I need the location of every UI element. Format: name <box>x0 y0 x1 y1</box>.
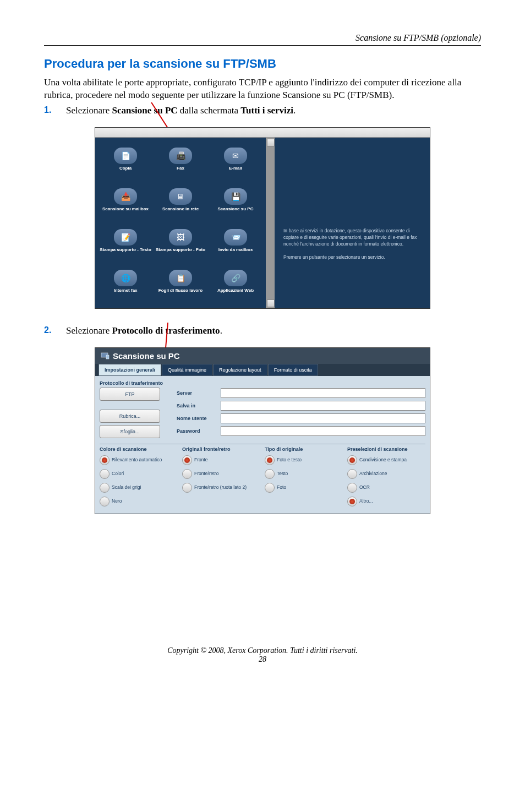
fax-icon: 📠 <box>169 148 192 164</box>
dialog-body: Protocollo di trasferimento FTP Rubrica.… <box>95 376 430 514</box>
service-internet-fax[interactable]: 🌐Internet fax <box>100 265 151 303</box>
tab-qualita-immagine[interactable]: Qualità immagine <box>162 364 212 376</box>
password-label: Password <box>177 428 221 434</box>
service-stampa-testo[interactable]: 📝Stampa supporto - Testo <box>100 225 151 262</box>
opt-scala-grigi[interactable]: Scala dei grigi <box>100 482 178 494</box>
window-titlebar <box>95 128 430 138</box>
radio-icon <box>347 455 357 465</box>
opt-condivisione[interactable]: Condivisione e stampa <box>347 454 425 466</box>
opt-foto[interactable]: Foto <box>265 482 343 494</box>
service-copia[interactable]: 📄Copia <box>100 143 151 181</box>
screenshot-2-wrap: Scansione su PC Impostazioni generali Qu… <box>44 347 481 514</box>
radio-icon <box>347 469 357 479</box>
service-app-web[interactable]: 🔗Applicazioni Web <box>210 265 261 303</box>
radio-icon <box>100 483 110 493</box>
opt-fronte-retro-ruota[interactable]: Fronte/retro (ruota lato 2) <box>182 482 260 494</box>
send-mailbox-icon: 📨 <box>224 229 247 246</box>
print-text-icon: 📝 <box>114 229 137 246</box>
service-scan-mailbox[interactable]: 📥Scansione su mailbox <box>100 184 151 221</box>
flow-sheets-icon: 📋 <box>169 270 192 286</box>
scan-pc-icon: 💾 <box>224 188 247 205</box>
password-input[interactable] <box>221 426 425 436</box>
page-number: 28 <box>44 655 481 664</box>
step-number: 1. <box>44 105 66 116</box>
protocol-label: Protocollo di trasferimento <box>100 380 171 386</box>
radio-icon <box>100 497 110 506</box>
tab-regolazione-layout[interactable]: Regolazione layout <box>213 364 267 376</box>
sfoglia-button[interactable]: Sfoglia... <box>100 425 160 438</box>
step-2: 2. Selezionare Protocollo di trasferimen… <box>44 325 481 336</box>
salva-in-label: Salva in <box>177 403 221 408</box>
radio-icon <box>100 469 110 479</box>
service-scan-rete[interactable]: 🖥Scansione in rete <box>155 184 206 221</box>
protocol-button[interactable]: FTP <box>100 388 160 401</box>
web-apps-icon: 🔗 <box>224 270 247 286</box>
server-label: Server <box>177 390 221 396</box>
scan-network-icon: 🖥 <box>169 188 192 205</box>
scrollbar[interactable] <box>266 138 275 308</box>
preselezioni-group: Preselezioni di scansione Condivisione e… <box>347 446 425 509</box>
server-input[interactable] <box>221 388 425 398</box>
service-stampa-foto[interactable]: 🖼Stampa supporto - Foto <box>155 225 206 262</box>
step-1: 1. Selezionare Scansione su PC dalla sch… <box>44 105 481 116</box>
scan-mailbox-icon: 📥 <box>114 188 137 205</box>
step-text: Selezionare Scansione su PC dalla scherm… <box>66 105 296 116</box>
copy-icon: 📄 <box>114 148 137 164</box>
radio-icon <box>182 483 192 493</box>
running-header: Scansione su FTP/SMB (opzionale) <box>44 33 481 46</box>
tab-formato-uscita[interactable]: Formato di uscita <box>268 364 318 376</box>
print-photo-icon: 🖼 <box>169 229 192 246</box>
radio-icon <box>347 497 357 506</box>
opt-rilevamento-auto[interactable]: Rilevamento automatico <box>100 454 178 466</box>
rubrica-button[interactable]: Rubrica... <box>100 410 160 423</box>
radio-icon <box>100 455 110 465</box>
step-number: 2. <box>44 325 66 336</box>
scan-pc-icon <box>101 352 110 359</box>
step-text: Selezionare Protocollo di trasferimento. <box>66 325 222 336</box>
service-email[interactable]: ✉E-mail <box>210 143 261 181</box>
services-screenshot: 📄Copia 📠Fax ✉E-mail 📥Scansione su mailbo… <box>95 127 430 309</box>
internet-fax-icon: 🌐 <box>114 270 137 286</box>
opt-fronte[interactable]: Fronte <box>182 454 260 466</box>
info-panel: In base ai servizi in dotazione, questo … <box>275 138 430 308</box>
radio-icon <box>347 483 357 493</box>
service-invio-mailbox[interactable]: 📨Invio da mailbox <box>210 225 261 262</box>
service-fax[interactable]: 📠Fax <box>155 143 206 181</box>
email-icon: ✉ <box>224 148 247 164</box>
scan-pc-screenshot: Scansione su PC Impostazioni generali Qu… <box>95 347 430 514</box>
fields-panel: Server Salva in Nome utente Password <box>177 380 425 440</box>
opt-fronte-retro[interactable]: Fronte/retro <box>182 468 260 480</box>
radio-icon <box>265 469 275 479</box>
tab-impostazioni-generali[interactable]: Impostazioni generali <box>99 364 161 376</box>
radio-icon <box>265 483 275 493</box>
radio-icon <box>182 455 192 465</box>
tabs-bar: Impostazioni generali Qualità immagine R… <box>95 364 430 376</box>
opt-altro[interactable]: Altro... <box>347 495 425 508</box>
copyright-footer: Copyright © 2008, Xerox Corporation. Tut… <box>44 646 481 655</box>
options-row: Colore di scansione Rilevamento automati… <box>100 446 425 509</box>
opt-archiviazione[interactable]: Archiviazione <box>347 468 425 480</box>
nome-utente-label: Nome utente <box>177 416 221 421</box>
tipo-originale-group: Tipo di originale Foto e testo Testo Fot… <box>265 446 343 509</box>
fronte-retro-group: Originali fronte/retro Fronte Fronte/ret… <box>182 446 260 509</box>
service-scan-pc[interactable]: 💾Scansione su PC <box>210 184 261 221</box>
radio-icon <box>182 469 192 479</box>
nome-utente-input[interactable] <box>221 413 425 423</box>
salva-in-input[interactable] <box>221 401 425 411</box>
opt-nero[interactable]: Nero <box>100 495 178 508</box>
service-fogli-flusso[interactable]: 📋Fogli di flusso lavoro <box>155 265 206 303</box>
section-title: Procedura per la scansione su FTP/SMB <box>44 57 481 71</box>
opt-ocr[interactable]: OCR <box>347 482 425 494</box>
opt-colori[interactable]: Colori <box>100 468 178 480</box>
colore-scansione-group: Colore di scansione Rilevamento automati… <box>100 446 178 509</box>
intro-paragraph: Una volta abilitate le porte appropriate… <box>44 77 481 102</box>
dialog-title: Scansione su PC <box>95 348 430 364</box>
radio-icon <box>265 455 275 465</box>
services-grid: 📄Copia 📠Fax ✉E-mail 📥Scansione su mailbo… <box>95 138 266 308</box>
svg-rect-5 <box>106 355 109 359</box>
screenshot-1-wrap: 📄Copia 📠Fax ✉E-mail 📥Scansione su mailbo… <box>44 127 481 309</box>
left-controls: Protocollo di trasferimento FTP Rubrica.… <box>100 380 171 440</box>
opt-testo[interactable]: Testo <box>265 468 343 480</box>
opt-foto-testo[interactable]: Foto e testo <box>265 454 343 466</box>
divider <box>100 444 425 444</box>
